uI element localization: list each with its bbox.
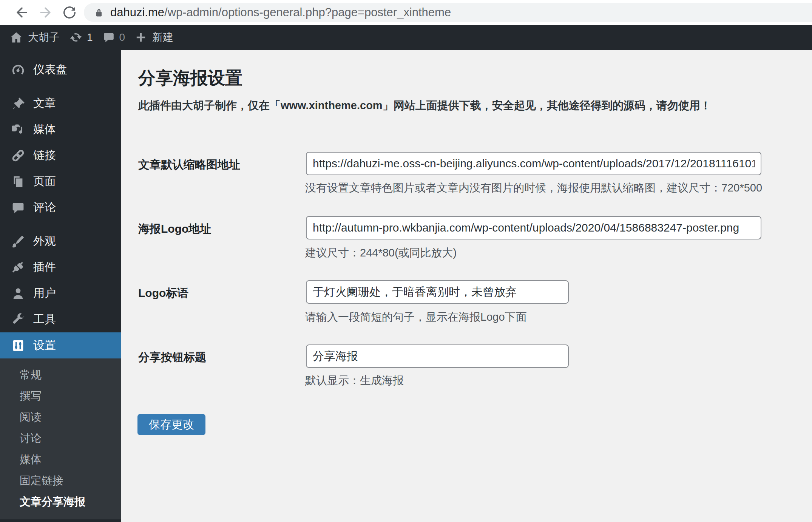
sidebar-item-label: 外观 — [33, 233, 56, 249]
submenu-item-media[interactable]: 媒体 — [0, 449, 121, 470]
toolbar-site-name: 大胡子 — [28, 30, 60, 45]
sidebar-item-comments[interactable]: 评论 — [0, 195, 121, 221]
submenu-item-discussion[interactable]: 讨论 — [0, 428, 121, 449]
updates-icon — [69, 31, 82, 44]
plugin-notice: 此插件由大胡子制作，仅在「www.xintheme.com」网站上面提供下载，安… — [138, 98, 711, 113]
sidebar-item-label: 工具 — [33, 312, 56, 327]
settings-icon — [11, 338, 26, 353]
sidebar-item-label: 插件 — [33, 259, 56, 275]
comment-bubble-icon — [103, 31, 115, 43]
submenu-item-permalinks[interactable]: 固定链接 — [0, 470, 121, 491]
submenu-label: 固定链接 — [20, 473, 63, 488]
update-count: 1 — [87, 31, 93, 43]
sidebar-item-label: 用户 — [33, 286, 56, 301]
submenu-label: 阅读 — [20, 410, 42, 425]
field-hint-poster-logo: 建议尺寸：244*80(或同比放大) — [305, 246, 457, 261]
toolbar-site-menu[interactable]: 大胡子 — [10, 30, 60, 45]
submenu-label: 媒体 — [20, 452, 42, 467]
media-icon — [11, 122, 26, 137]
sidebar-item-label: 评论 — [33, 200, 56, 215]
sidebar-item-dashboard[interactable]: 仪表盘 — [0, 57, 121, 83]
reload-icon[interactable] — [61, 4, 78, 21]
sidebar-item-label: 仪表盘 — [33, 62, 67, 77]
sidebar-item-users[interactable]: 用户 — [0, 280, 121, 306]
sidebar-item-plugins[interactable]: 插件 — [0, 254, 121, 280]
plugins-icon — [11, 260, 26, 275]
sidebar-item-links[interactable]: 链接 — [0, 142, 121, 168]
appearance-icon — [11, 234, 26, 249]
share-button-title-input[interactable] — [306, 344, 569, 368]
sidebar-item-pages[interactable]: 页面 — [0, 168, 121, 195]
poster-logo-url-input[interactable] — [306, 216, 761, 239]
screen: dahuzi.me/wp-admin/options-general.php?p… — [0, 0, 812, 522]
menu-separator — [0, 221, 121, 228]
menu-separator — [0, 83, 121, 90]
plus-icon — [135, 31, 147, 43]
url-text: dahuzi.me/wp-admin/options-general.php?p… — [110, 6, 451, 19]
home-icon — [10, 31, 23, 44]
sidebar-item-posts[interactable]: 文章 — [0, 90, 121, 116]
comment-count: 0 — [119, 31, 125, 43]
field-label-share-button-title: 分享按钮标题 — [138, 350, 206, 365]
forward-icon[interactable] — [37, 4, 54, 21]
submenu-item-reading[interactable]: 阅读 — [0, 407, 121, 428]
field-hint-default-thumbnail: 没有设置文章特色图片或者文章内没有图片的时候，海报使用默认缩略图，建议尺寸：72… — [305, 181, 762, 196]
toolbar-new-label: 新建 — [152, 30, 173, 45]
dashboard-icon — [11, 62, 26, 77]
comments-icon — [11, 200, 26, 215]
toolbar-updates[interactable]: 1 — [69, 31, 93, 44]
field-label-poster-logo: 海报Logo地址 — [138, 221, 211, 237]
field-hint-share-button-title: 默认显示：生成海报 — [305, 373, 404, 388]
url-path: /wp-admin/options-general.php?page=poste… — [164, 6, 451, 19]
default-thumbnail-url-input[interactable] — [306, 152, 761, 175]
browser-chrome: dahuzi.me/wp-admin/options-general.php?p… — [0, 0, 812, 25]
sidebar-item-label: 文章 — [33, 96, 56, 111]
pages-icon — [11, 174, 26, 189]
sidebar-item-label: 媒体 — [33, 122, 56, 137]
field-label-logo-slogan: Logo标语 — [138, 286, 188, 301]
sidebar-item-appearance[interactable]: 外观 — [0, 228, 121, 254]
save-changes-button[interactable]: 保存更改 — [137, 414, 205, 435]
posts-icon — [11, 96, 26, 111]
submenu-item-general[interactable]: 常规 — [0, 364, 121, 386]
logo-slogan-input[interactable] — [306, 280, 569, 304]
submenu-item-writing[interactable]: 撰写 — [0, 386, 121, 407]
wp-admin-toolbar: 大胡子 1 0 新建 — [0, 25, 812, 50]
sidebar-item-label: 页面 — [33, 174, 56, 189]
main-content: 分享海报设置 此插件由大胡子制作，仅在「www.xintheme.com」网站上… — [121, 50, 812, 522]
admin-sidebar: 仪表盘 文章 媒体 链接 — [0, 50, 121, 522]
submenu-label: 常规 — [20, 368, 42, 383]
field-label-default-thumbnail: 文章默认缩略图地址 — [138, 157, 240, 173]
links-icon — [11, 148, 26, 163]
submenu-label: 撰写 — [20, 389, 42, 404]
tools-icon — [11, 312, 26, 327]
toolbar-new[interactable]: 新建 — [135, 30, 173, 45]
field-hint-logo-slogan: 请输入一段简短的句子，显示在海报Logo下面 — [305, 310, 527, 325]
settings-submenu: 常规 撰写 阅读 讨论 媒体 固定链接 文章分享海报 — [0, 358, 121, 519]
back-icon[interactable] — [14, 4, 30, 21]
sidebar-item-tools[interactable]: 工具 — [0, 306, 121, 332]
submenu-label: 讨论 — [20, 431, 42, 446]
sidebar-item-settings[interactable]: 设置 — [0, 332, 121, 358]
toolbar-comments[interactable]: 0 — [103, 31, 125, 43]
submenu-label: 文章分享海报 — [20, 494, 85, 510]
address-bar[interactable]: dahuzi.me/wp-admin/options-general.php?p… — [84, 3, 812, 22]
sidebar-item-label: 设置 — [33, 338, 56, 353]
submenu-item-share-poster[interactable]: 文章分享海报 — [0, 491, 121, 513]
users-icon — [11, 286, 26, 301]
sidebar-item-media[interactable]: 媒体 — [0, 116, 121, 142]
sidebar-item-label: 链接 — [33, 148, 56, 163]
url-host: dahuzi.me — [110, 6, 164, 19]
page-title: 分享海报设置 — [138, 66, 242, 90]
lock-icon — [94, 7, 104, 18]
